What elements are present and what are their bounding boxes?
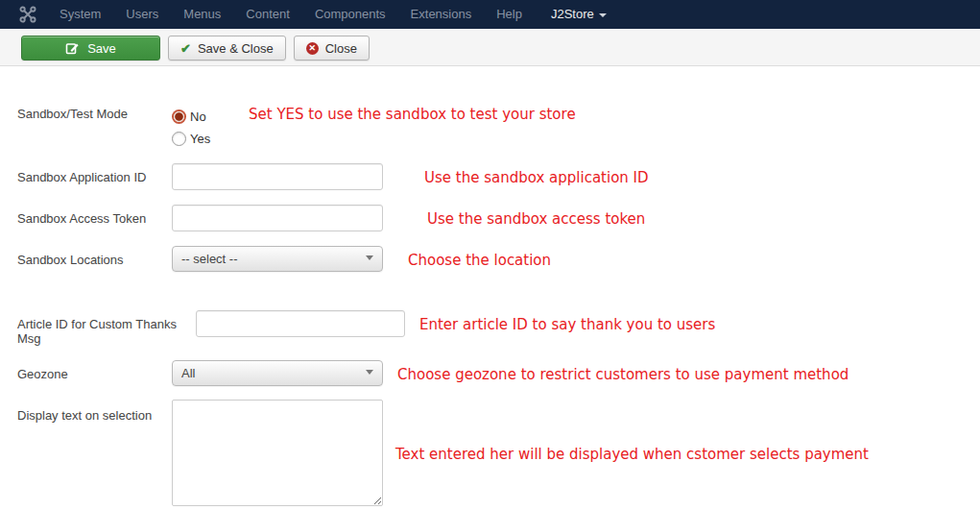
save-button-label: Save: [87, 41, 116, 56]
admin-navbar: System Users Menus Content Components Ex…: [0, 0, 980, 29]
display-text-textarea[interactable]: [172, 400, 383, 506]
joomla-logo-icon: [18, 5, 37, 24]
sandbox-locations-label: Sandbox Locations: [0, 246, 172, 267]
geozone-label: Geozone: [0, 360, 172, 381]
row-sandbox-mode: Sandbox/Test Mode No Yes Set YES to use …: [0, 104, 980, 152]
geozone-select[interactable]: All: [172, 360, 383, 386]
close-button-label: Close: [325, 41, 357, 56]
display-text-hint: Text entered her will be displayed when …: [395, 400, 869, 463]
row-geozone: Geozone All Choose geozone to restrict c…: [0, 360, 980, 386]
sandbox-locations-select[interactable]: -- select --: [172, 246, 383, 272]
sandbox-access-token-input[interactable]: [172, 205, 383, 231]
row-article-id: Article ID for Custom Thanks Msg Enter a…: [0, 310, 980, 346]
save-and-close-label: Save & Close: [198, 41, 274, 56]
article-id-hint: Enter article ID to say thank you to use…: [419, 310, 715, 333]
sandbox-app-id-hint: Use the sandbox application ID: [424, 163, 649, 186]
menu-users[interactable]: Users: [113, 0, 171, 29]
save-button[interactable]: Save: [21, 36, 160, 61]
geozone-selected-value: All: [181, 366, 195, 380]
article-id-label: Article ID for Custom Thanks Msg: [0, 310, 196, 346]
close-circle-icon: ✕: [306, 42, 319, 55]
sandbox-mode-hint: Set YES to use the sandbox to test your …: [249, 104, 576, 123]
radio-no-label: No: [190, 109, 206, 124]
close-button[interactable]: ✕ Close: [294, 36, 370, 61]
check-icon: ✔: [180, 41, 191, 56]
chevron-down-icon: [599, 13, 607, 17]
radio-no[interactable]: No: [172, 108, 231, 126]
sandbox-access-token-hint: Use the sandbox access token: [427, 205, 645, 228]
article-id-input[interactable]: [196, 310, 405, 337]
menu-menus[interactable]: Menus: [171, 0, 233, 29]
save-and-close-button[interactable]: ✔ Save & Close: [168, 36, 286, 61]
sandbox-app-id-input[interactable]: [172, 163, 383, 190]
menu-extensions[interactable]: Extensions: [398, 0, 485, 29]
sandbox-mode-radio-group: No Yes: [172, 104, 231, 152]
menu-content[interactable]: Content: [233, 0, 302, 29]
sandbox-app-id-label: Sandbox Application ID: [0, 163, 172, 184]
row-sandbox-access-token: Sandbox Access Token Use the sandbox acc…: [0, 205, 980, 231]
radio-yes[interactable]: Yes: [172, 130, 231, 148]
toolbar: Save ✔ Save & Close ✕ Close: [0, 29, 980, 66]
select-caret-icon: [366, 370, 373, 375]
sandbox-access-token-label: Sandbox Access Token: [0, 205, 172, 226]
row-display-text: Display text on selection Text entered h…: [0, 400, 980, 506]
row-sandbox-app-id: Sandbox Application ID Use the sandbox a…: [0, 163, 980, 190]
sandbox-mode-label: Sandbox/Test Mode: [0, 104, 172, 121]
menu-components[interactable]: Components: [302, 0, 398, 29]
menu-j2store[interactable]: J2Store: [538, 0, 619, 29]
save-pencil-square-icon: [65, 41, 79, 55]
radio-yes-label: Yes: [190, 132, 210, 146]
radio-no-icon[interactable]: [172, 109, 186, 124]
display-text-label: Display text on selection: [0, 400, 172, 423]
radio-yes-icon[interactable]: [172, 132, 186, 146]
plugin-settings-form: Sandbox/Test Mode No Yes Set YES to use …: [0, 66, 980, 506]
menu-system[interactable]: System: [47, 0, 113, 29]
select-caret-icon: [366, 255, 373, 260]
menu-j2store-label: J2Store: [551, 7, 594, 21]
sandbox-locations-hint: Choose the location: [408, 246, 551, 269]
geozone-hint: Choose geozone to restrict customers to …: [397, 360, 849, 383]
row-sandbox-locations: Sandbox Locations -- select -- Choose th…: [0, 246, 980, 272]
sandbox-locations-selected-value: -- select --: [181, 252, 238, 266]
menu-help[interactable]: Help: [484, 0, 535, 29]
